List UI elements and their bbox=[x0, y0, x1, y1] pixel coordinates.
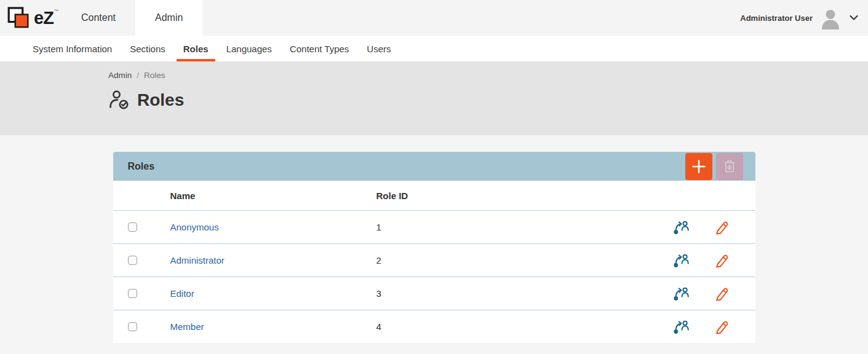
user-menu[interactable]: Administrator User bbox=[740, 0, 868, 36]
nav-item-users[interactable]: Users bbox=[360, 36, 397, 61]
row-checkbox[interactable] bbox=[128, 256, 137, 265]
row-checkbox-cell bbox=[113, 322, 170, 331]
topbar: eZ™ Content Admin Administrator User bbox=[0, 0, 868, 36]
role-id-value: 2 bbox=[376, 255, 647, 266]
assign-user-icon[interactable] bbox=[673, 319, 689, 335]
role-name-cell: Member bbox=[170, 321, 376, 332]
assign-user-icon[interactable] bbox=[673, 253, 689, 269]
nav-item-roles[interactable]: Roles bbox=[177, 36, 215, 61]
role-name-cell: Editor bbox=[170, 288, 376, 299]
row-checkbox-cell bbox=[113, 289, 170, 298]
roles-panel: Roles bbox=[113, 152, 755, 343]
role-name-cell: Administrator bbox=[170, 255, 376, 266]
table-header-row: Name Role ID bbox=[113, 181, 755, 210]
tab-content[interactable]: Content bbox=[62, 0, 135, 36]
column-header-role-id: Role ID bbox=[376, 191, 647, 201]
role-id-value: 4 bbox=[376, 321, 647, 332]
table-row: Anonymous 1 bbox=[113, 210, 755, 243]
ez-logo-icon bbox=[7, 6, 31, 30]
table-body: Anonymous 1 bbox=[113, 210, 755, 343]
nav-item-languages[interactable]: Languages bbox=[220, 36, 279, 61]
row-actions bbox=[647, 319, 755, 335]
role-name-link[interactable]: Editor bbox=[170, 288, 194, 299]
panel-title: Roles bbox=[128, 161, 155, 172]
row-checkbox[interactable] bbox=[128, 222, 137, 232]
breadcrumb: Admin / Roles bbox=[108, 71, 868, 80]
role-name-link[interactable]: Administrator bbox=[170, 255, 225, 266]
user-check-icon bbox=[108, 89, 130, 111]
nav-item-sections[interactable]: Sections bbox=[123, 36, 172, 61]
role-name-cell: Anonymous bbox=[170, 222, 376, 233]
main-tabs: Content Admin bbox=[62, 0, 202, 36]
nav-item-system-information[interactable]: System Information bbox=[26, 36, 119, 61]
ez-logo[interactable]: eZ™ bbox=[0, 0, 62, 36]
table-row: Member 4 bbox=[113, 310, 755, 343]
row-actions bbox=[647, 219, 755, 235]
nav-item-content-types[interactable]: Content Types bbox=[283, 36, 356, 61]
row-checkbox[interactable] bbox=[128, 322, 137, 331]
plus-icon bbox=[691, 159, 707, 175]
avatar bbox=[819, 6, 842, 30]
row-checkbox-cell bbox=[113, 256, 170, 265]
title-row: Roles bbox=[108, 89, 868, 111]
panel-actions bbox=[685, 153, 743, 180]
tab-admin[interactable]: Admin bbox=[135, 0, 202, 36]
page-header: Admin / Roles Roles bbox=[0, 61, 868, 135]
user-name: Administrator User bbox=[740, 14, 813, 23]
breadcrumb-separator: / bbox=[137, 71, 139, 80]
row-actions bbox=[647, 253, 755, 269]
pencil-icon[interactable] bbox=[714, 253, 730, 269]
assign-user-icon[interactable] bbox=[673, 219, 689, 235]
page-title: Roles bbox=[137, 90, 184, 110]
trash-icon bbox=[722, 159, 737, 175]
assign-user-icon[interactable] bbox=[673, 286, 689, 302]
delete-roles-button[interactable] bbox=[716, 153, 743, 180]
row-actions bbox=[647, 286, 755, 302]
pencil-icon[interactable] bbox=[714, 286, 730, 302]
main-content: Roles bbox=[0, 135, 868, 343]
breadcrumb-current: Roles bbox=[144, 71, 165, 80]
row-checkbox-cell bbox=[113, 222, 170, 232]
role-name-link[interactable]: Anonymous bbox=[170, 222, 219, 232]
pencil-icon[interactable] bbox=[714, 219, 730, 235]
breadcrumb-admin-link[interactable]: Admin bbox=[108, 71, 132, 80]
role-name-link[interactable]: Member bbox=[170, 321, 204, 332]
logo-text: eZ™ bbox=[34, 8, 58, 28]
roles-table: Name Role ID Anonymous 1 bbox=[113, 181, 755, 343]
table-row: Administrator 2 bbox=[113, 243, 755, 277]
column-header-name: Name bbox=[170, 191, 376, 201]
create-role-button[interactable] bbox=[685, 153, 712, 180]
chevron-down-icon bbox=[848, 12, 859, 23]
trademark-mark: ™ bbox=[54, 9, 58, 14]
roles-panel-header: Roles bbox=[113, 152, 755, 181]
row-checkbox[interactable] bbox=[128, 289, 137, 298]
topbar-spacer bbox=[202, 0, 740, 36]
role-id-value: 3 bbox=[376, 288, 647, 299]
table-row: Editor 3 bbox=[113, 277, 755, 310]
pencil-icon[interactable] bbox=[714, 319, 730, 335]
role-id-value: 1 bbox=[376, 222, 647, 232]
admin-subnav: System Information Sections Roles Langua… bbox=[0, 36, 868, 61]
